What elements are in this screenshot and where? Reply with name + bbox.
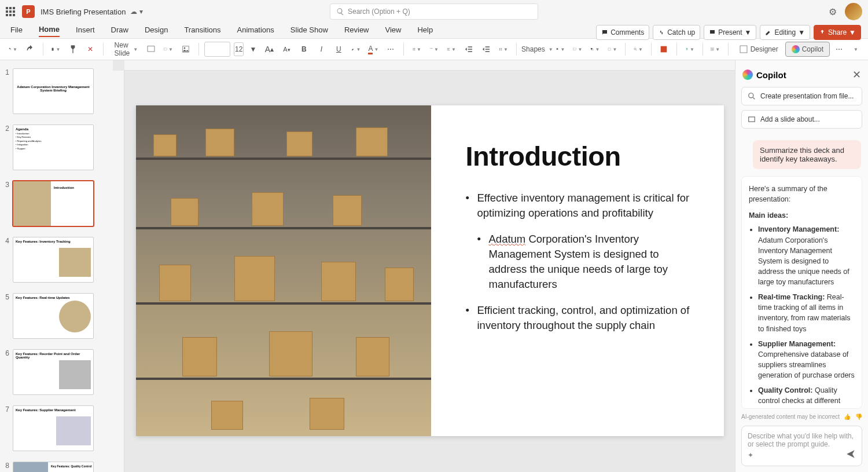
font-dropdown[interactable] (204, 42, 230, 57)
thumbnail-panel[interactable]: 1 Adatum Corporation Inventory Managemen… (0, 60, 113, 472)
find-icon[interactable]: ▼ (631, 42, 645, 57)
quick-styles-icon[interactable]: ▼ (605, 42, 619, 57)
tab-transitions[interactable]: Transitions (184, 25, 220, 36)
shape-fill-icon[interactable]: ▼ (553, 42, 567, 57)
svg-rect-1 (164, 48, 167, 50)
thumbnail-3[interactable]: Introduction (13, 181, 94, 226)
tab-design[interactable]: Design (145, 25, 168, 36)
increase-font-icon[interactable]: A▴ (262, 42, 276, 57)
thumbnail-4[interactable]: Key Features: Inventory Tracking (13, 237, 94, 283)
ai-disclaimer: AI-generated content may be incorrect (741, 414, 840, 420)
tab-view[interactable]: View (385, 25, 402, 36)
thumbnail-6[interactable]: Key Features: Reorder Point and Order Qu… (13, 349, 94, 395)
tab-draw[interactable]: Draw (111, 25, 128, 36)
tab-file[interactable]: File (10, 25, 23, 36)
catchup-button[interactable]: Catch up (653, 25, 700, 40)
comments-button[interactable]: Comments (596, 25, 649, 40)
tab-review[interactable]: Review (344, 25, 369, 36)
ruler-vertical (113, 71, 124, 472)
numbering-button[interactable]: 1▼ (427, 42, 441, 57)
dictate-icon[interactable]: ▼ (683, 42, 697, 57)
thumbnail-2[interactable]: Agenda• Introduction• Key Features• Repo… (13, 125, 94, 170)
indent-right-icon[interactable] (479, 42, 493, 57)
suggestion-add-slide[interactable]: Add a slide about... (741, 110, 862, 129)
copilot-ribbon-button[interactable]: Copilot (785, 42, 830, 57)
delete-icon[interactable]: ✕ (83, 42, 97, 57)
line-spacing-icon[interactable]: ▼ (496, 42, 510, 57)
new-slide-button[interactable]: New Slide▼ (109, 42, 141, 57)
tab-animations[interactable]: Animations (237, 25, 274, 36)
cloud-saved-icon[interactable]: ☁︎ ▾ (130, 8, 142, 16)
search-input[interactable]: Search (Option + Q) (330, 3, 538, 20)
editing-button[interactable]: Editing▼ (760, 25, 810, 40)
avatar[interactable] (845, 3, 862, 20)
gear-icon[interactable]: ⚙ (829, 6, 837, 17)
tab-home[interactable]: Home (39, 25, 60, 37)
font-size-input[interactable]: 12 (234, 42, 244, 56)
svg-point-3 (413, 48, 413, 49)
thumbnail-5[interactable]: Key Features: Real-time Updates (13, 293, 94, 339)
thumbnail-8[interactable]: Key Features: Quality Control (13, 462, 94, 472)
highlight-button[interactable]: ▼ (349, 42, 363, 57)
search-placeholder: Search (Option + Q) (348, 8, 410, 16)
layout-button[interactable] (144, 42, 158, 57)
thumbs-up-icon[interactable]: 👍 (844, 414, 851, 420)
thumbnail-1[interactable]: Adatum Corporation Inventory Management … (13, 68, 94, 114)
search-icon (336, 8, 344, 16)
bullet-3: Efficient tracking, control, and optimiz… (466, 303, 695, 334)
svg-rect-6 (413, 49, 415, 50)
sparkle-icon[interactable]: ✦ (748, 451, 753, 459)
more-ribbon-icon[interactable]: ⋯ (832, 42, 846, 57)
summary-point: Quality Control: Quality control checks … (758, 385, 855, 409)
table-icon[interactable]: ▼ (708, 42, 722, 57)
svg-rect-17 (591, 48, 593, 50)
shapes-button[interactable]: Shapes▼ (522, 42, 550, 57)
present-button[interactable]: Present▼ (704, 25, 756, 40)
bullet-1: Effective inventory management is critic… (466, 191, 695, 221)
align-button[interactable]: ▼ (444, 42, 458, 57)
suggestion-create-from-file[interactable]: Create presentation from file... (741, 87, 862, 105)
tab-help[interactable]: Help (417, 25, 433, 36)
redo-button[interactable] (23, 42, 37, 57)
copilot-response: Here's a summary of the presentation: Ma… (741, 176, 862, 409)
tab-slideshow[interactable]: Slide Show (290, 25, 328, 36)
italic-button[interactable]: I (314, 42, 328, 57)
bold-button[interactable]: B (297, 42, 311, 57)
close-icon[interactable]: ✕ (852, 68, 861, 81)
svg-rect-12 (447, 49, 449, 50)
slide[interactable]: Introduction Effective inventory managem… (136, 105, 724, 436)
copilot-input[interactable]: Describe what you'd like help with, or s… (741, 426, 862, 466)
app-launcher-icon[interactable] (6, 7, 15, 16)
underline-button[interactable]: U (332, 42, 345, 57)
svg-rect-24 (740, 46, 747, 53)
copilot-icon (742, 69, 753, 80)
slide-canvas[interactable]: Introduction Effective inventory managem… (113, 60, 735, 472)
send-icon[interactable] (845, 449, 856, 461)
thumbs-down-icon[interactable]: 👎 (855, 414, 862, 420)
picture-icon[interactable]: ▼ (571, 42, 584, 57)
more-font-icon[interactable]: ⋯ (384, 42, 398, 57)
decrease-font-icon[interactable]: A▾ (279, 42, 293, 57)
document-title[interactable]: IMS Briefing Presentation (41, 8, 126, 16)
bullets-button[interactable]: ▼ (410, 42, 424, 57)
section-button[interactable]: ▼ (161, 42, 175, 57)
indent-left-icon[interactable] (462, 42, 476, 57)
slide-text-area[interactable]: Introduction Effective inventory managem… (431, 105, 724, 436)
share-button[interactable]: Share▼ (814, 25, 861, 40)
tab-insert[interactable]: Insert (76, 25, 95, 36)
format-painter-icon[interactable] (66, 42, 80, 57)
addins-icon[interactable] (657, 42, 671, 57)
undo-button[interactable]: ▼ (6, 42, 20, 57)
font-color-button[interactable]: A▼ (366, 42, 380, 57)
collapse-ribbon-icon[interactable]: ▼ (848, 42, 862, 57)
user-message: Summarize this deck and identify key tak… (753, 140, 861, 169)
thumbnail-7[interactable]: Key Features: Supplier Management (13, 405, 94, 451)
svg-point-2 (184, 47, 186, 49)
image-button[interactable] (179, 42, 193, 57)
designer-button[interactable]: Designer (734, 42, 783, 57)
titlebar: P IMS Briefing Presentation ☁︎ ▾ Search … (0, 0, 868, 23)
arrange-icon[interactable]: ▼ (588, 42, 602, 57)
svg-rect-0 (148, 46, 155, 52)
copilot-pane: Copilot ✕ Create presentation from file.… (735, 60, 868, 472)
paste-button[interactable]: ▼ (49, 42, 62, 57)
